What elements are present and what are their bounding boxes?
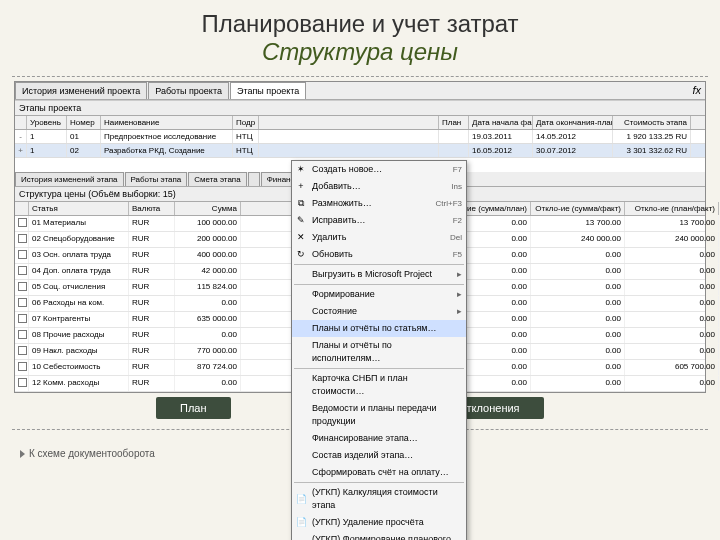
col-article[interactable]: Статья <box>29 202 129 215</box>
menu-item[interactable]: Формирование▸ <box>292 286 466 303</box>
menu-label: Размножить… <box>312 197 372 210</box>
menu-separator <box>294 368 464 369</box>
cell-dev2: 0.00 <box>531 328 625 343</box>
cell-cost: 1 920 133.25 RU <box>613 130 691 143</box>
col-dev-sum-fact[interactable]: Откло-ие (сумма/факт) <box>531 202 625 215</box>
label-plan: План <box>156 397 231 419</box>
row-checkbox[interactable] <box>18 378 27 387</box>
stage-row[interactable]: -101Предпроектное исследованиеНТЦ19.03.2… <box>15 130 705 144</box>
menu-separator <box>294 284 464 285</box>
menu-item[interactable]: Сформировать счёт на оплату… <box>292 464 466 481</box>
menu-item[interactable]: Выгрузить в Microsoft Project▸ <box>292 266 466 283</box>
cell-dev2: 0.00 <box>531 344 625 359</box>
col-level[interactable]: Уровень <box>27 116 67 129</box>
menu-item[interactable]: Карточка СНБП и план стоимости… <box>292 370 466 400</box>
menu-label: Ведомости и планы передачи продукции <box>312 402 462 428</box>
tab-stage-blank[interactable] <box>248 172 260 186</box>
menu-item[interactable]: Финансирование этапа… <box>292 430 466 447</box>
cell-currency: RUR <box>129 264 175 279</box>
menu-label: Состав изделий этапа… <box>312 449 413 462</box>
col-hidden <box>259 116 439 129</box>
row-checkbox[interactable] <box>18 330 27 339</box>
tab-history[interactable]: История изменений проекта <box>15 82 147 99</box>
col-cost[interactable]: Стоимость этапа <box>613 116 691 129</box>
row-checkbox[interactable] <box>18 362 27 371</box>
row-checkbox[interactable] <box>18 282 27 291</box>
menu-hotkey: Ctrl+F3 <box>436 197 462 210</box>
row-checkbox[interactable] <box>18 298 27 307</box>
fx-icon[interactable]: fx <box>692 84 701 96</box>
menu-item[interactable]: ✶Создать новое…F7 <box>292 161 466 178</box>
col-dept[interactable]: Подр <box>233 116 259 129</box>
menu-label: Создать новое… <box>312 163 382 176</box>
row-checkbox[interactable] <box>18 314 27 323</box>
stage-row[interactable]: +102Разработка РКД, СозданиеНТЦ16.05.201… <box>15 144 705 158</box>
menu-label: Состояние <box>312 305 357 318</box>
cell-sum: 200 000.00 <box>175 232 241 247</box>
menu-item[interactable]: +Добавить…Ins <box>292 178 466 195</box>
tab-works[interactable]: Работы проекта <box>148 82 229 99</box>
cell-currency: RUR <box>129 312 175 327</box>
menu-hotkey: Ins <box>451 180 462 193</box>
col-start-fact[interactable]: Дата начала факт <box>469 116 533 129</box>
cell-dev3: 0.00 <box>625 248 719 263</box>
menu-item[interactable]: Ведомости и планы передачи продукции <box>292 400 466 430</box>
cell-dev2: 240 000.00 <box>531 232 625 247</box>
menu-item[interactable]: ↻ОбновитьF5 <box>292 246 466 263</box>
col-sum[interactable]: Сумма <box>175 202 241 215</box>
menu-item[interactable]: 📄(УГКП) Калкуляция стоимости этапа <box>292 484 466 514</box>
menu-hotkey: F5 <box>453 248 462 261</box>
tree-expand-icon[interactable]: + <box>15 144 27 157</box>
menu-item[interactable]: 📄(УГКП) Формирование планового расчёта <box>292 531 466 540</box>
expand-col <box>15 116 27 129</box>
menu-label: (УГКП) Формирование планового расчёта <box>312 533 462 540</box>
tab-stage-estimate[interactable]: Смета этапа <box>188 172 246 186</box>
cell-article: 03 Осн. оплата труда <box>29 248 129 263</box>
col-currency[interactable]: Валюта <box>129 202 175 215</box>
menu-hotkey: F2 <box>453 214 462 227</box>
menu-item[interactable]: Планы и отчёты по статьям… <box>292 320 466 337</box>
cell-dev3: 0.00 <box>625 264 719 279</box>
menu-item[interactable]: ✎Исправить…F2 <box>292 212 466 229</box>
col-plan[interactable]: План <box>439 116 469 129</box>
tab-stage-works[interactable]: Работы этапа <box>125 172 188 186</box>
cell-dev3: 0.00 <box>625 328 719 343</box>
cell-article: 01 Материалы <box>29 216 129 231</box>
col-name[interactable]: Наименование <box>101 116 233 129</box>
cell-currency: RUR <box>129 376 175 391</box>
tab-stages[interactable]: Этапы проекта <box>230 82 306 99</box>
menu-item[interactable]: Состояние▸ <box>292 303 466 320</box>
cell-end: 14.05.2012 <box>533 130 613 143</box>
row-checkbox[interactable] <box>18 218 27 227</box>
cell-start: 16.05.2012 <box>469 144 533 157</box>
submenu-arrow-icon: ▸ <box>457 288 462 301</box>
menu-item[interactable]: ⧉Размножить…Ctrl+F3 <box>292 195 466 212</box>
col-number[interactable]: Номер <box>67 116 101 129</box>
menu-label: Удалить <box>312 231 346 244</box>
menu-item[interactable]: ✕УдалитьDel <box>292 229 466 246</box>
cell-dev3: 0.00 <box>625 344 719 359</box>
menu-item[interactable]: 📄(УГКП) Удаление просчёта <box>292 514 466 531</box>
cell-dev3: 13 700.00 <box>625 216 719 231</box>
cell-dev2: 0.00 <box>531 248 625 263</box>
row-checkbox[interactable] <box>18 250 27 259</box>
row-checkbox[interactable] <box>18 266 27 275</box>
app-window: История изменений проекта Работы проекта… <box>14 81 706 393</box>
tab-stage-history[interactable]: История изменений этапа <box>15 172 124 186</box>
cell-sum: 400 000.00 <box>175 248 241 263</box>
row-checkbox[interactable] <box>18 234 27 243</box>
cell-dept: НТЦ <box>233 130 259 143</box>
cell-currency: RUR <box>129 232 175 247</box>
col-end-plan[interactable]: Дата окончания-план <box>533 116 613 129</box>
cell-currency: RUR <box>129 280 175 295</box>
submenu-arrow-icon: ▸ <box>457 268 462 281</box>
cell-sum: 0.00 <box>175 296 241 311</box>
menu-item[interactable]: Состав изделий этапа… <box>292 447 466 464</box>
tree-expand-icon[interactable]: - <box>15 130 27 143</box>
context-menu[interactable]: ✶Создать новое…F7+Добавить…Ins⧉Размножит… <box>291 160 467 540</box>
row-checkbox[interactable] <box>18 346 27 355</box>
menu-item[interactable]: Планы и отчёты по исполнителям… <box>292 337 466 367</box>
cell-dev2: 0.00 <box>531 360 625 375</box>
cell-cost: 3 301 332.62 RU <box>613 144 691 157</box>
col-dev-plan-fact[interactable]: Откло-ие (план/факт) <box>625 202 719 215</box>
